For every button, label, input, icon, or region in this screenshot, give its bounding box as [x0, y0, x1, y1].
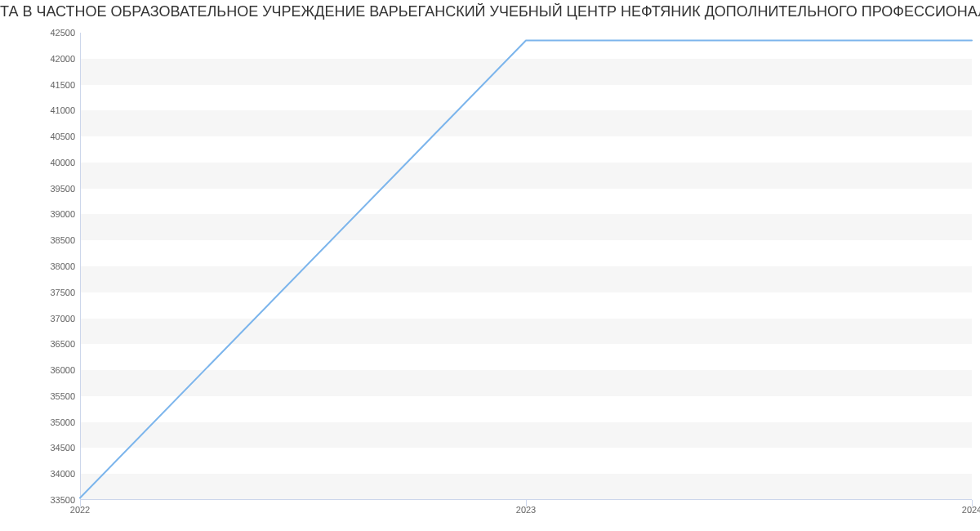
plot-area: [80, 33, 972, 500]
y-tick-label: 34500: [50, 443, 75, 453]
x-tick-label: 2024: [962, 505, 980, 515]
y-tick-label: 37500: [50, 288, 75, 297]
y-tick-label: 39000: [50, 209, 75, 219]
y-tick-label: 42000: [50, 54, 75, 64]
y-tick-label: 35500: [50, 391, 75, 401]
chart-container: ТА В ЧАСТНОЕ ОБРАЗОВАТЕЛЬНОЕ УЧРЕЖДЕНИЕ …: [0, 0, 980, 531]
y-tick-label: 36000: [50, 365, 75, 375]
y-tick-label: 41000: [50, 105, 75, 115]
x-tick-mark: [80, 500, 81, 506]
x-tick-mark: [526, 500, 527, 506]
data-line: [80, 41, 972, 498]
y-tick-label: 40000: [50, 158, 75, 167]
y-tick-label: 41500: [50, 80, 75, 90]
y-tick-label: 34000: [50, 469, 75, 479]
y-tick-label: 42500: [50, 28, 75, 38]
line-series-svg: [80, 33, 972, 500]
y-tick-label: 36500: [50, 339, 75, 349]
y-tick-label: 33500: [50, 495, 75, 505]
y-tick-label: 38500: [50, 235, 75, 245]
chart-title: ТА В ЧАСТНОЕ ОБРАЗОВАТЕЛЬНОЕ УЧРЕЖДЕНИЕ …: [0, 3, 980, 20]
y-tick-label: 39500: [50, 184, 75, 194]
y-tick-label: 38000: [50, 261, 75, 271]
y-tick-label: 40500: [50, 132, 75, 141]
y-tick-label: 35000: [50, 417, 75, 427]
y-tick-label: 37000: [50, 314, 75, 324]
x-tick-mark: [972, 500, 973, 506]
